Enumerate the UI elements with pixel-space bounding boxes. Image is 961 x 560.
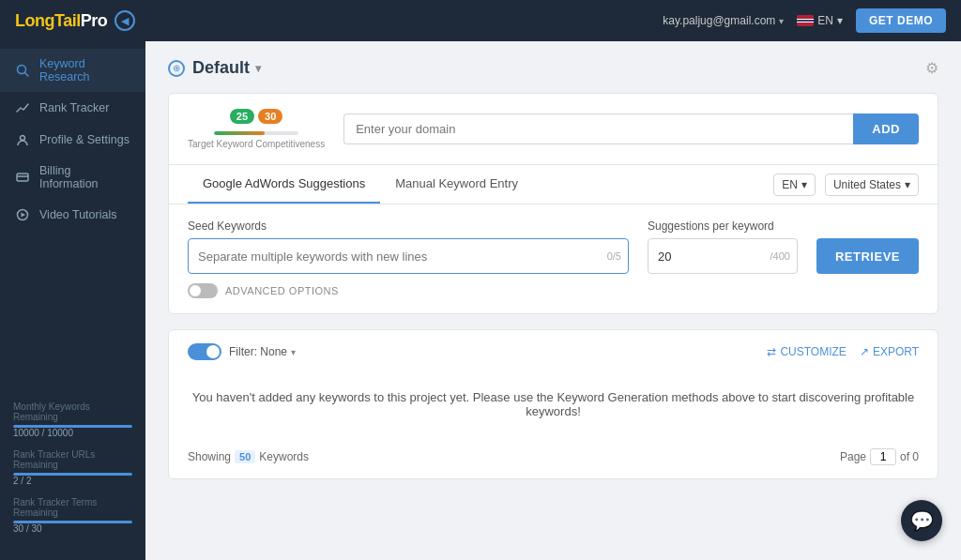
get-demo-button[interactable]: GET DEMO [856, 8, 946, 33]
filter-label[interactable]: Filter: None ▾ [229, 345, 296, 358]
toolbar-actions: ⇄ CUSTOMIZE ↗ EXPORT [767, 345, 919, 358]
logo-chevron[interactable]: ◀ [114, 10, 135, 31]
settings-gear-button[interactable]: ⚙ [925, 59, 938, 77]
svg-marker-6 [22, 213, 26, 218]
play-icon [15, 207, 30, 222]
comp-green-badge: 25 [230, 109, 254, 124]
sidebar-item-label: Video Tutorials [39, 208, 116, 221]
stat-rank-tracker-terms: Rank Tracker Terms Remaining 30 / 30 [13, 497, 132, 534]
domain-card: 25 30 Target Keyword Competitiveness ADD [168, 93, 938, 314]
chat-icon: 💬 [910, 509, 934, 532]
stat-monthly-label: Monthly Keywords Remaining [13, 401, 132, 422]
filter-caret: ▾ [291, 347, 296, 357]
customize-button[interactable]: ⇄ CUSTOMIZE [767, 345, 846, 358]
language-dropdown[interactable]: EN ▾ [773, 174, 816, 196]
lang-dropdown-caret: ▾ [801, 178, 807, 191]
stat-terms-value: 30 / 30 [13, 523, 132, 534]
search-icon [15, 63, 30, 78]
tabs-controls: EN ▾ United States ▾ [773, 174, 919, 196]
showing-count-badge: 50 [235, 450, 255, 463]
form-row: Seed Keywords 0/5 Suggestions per keywor… [188, 219, 919, 274]
tabs-section: Google AdWords Suggestions Manual Keywor… [169, 164, 938, 313]
filter-toggle-knob [206, 345, 220, 358]
page-title-caret: ▾ [255, 62, 261, 75]
competitiveness-widget: 25 30 Target Keyword Competitiveness [188, 109, 325, 149]
comp-slider-fill [214, 131, 265, 135]
main-layout: Keyword Research Rank Tracker Profile [0, 41, 961, 560]
page-title-group: ⊕ Default ▾ [168, 58, 261, 78]
navbar: LongTailPro ◀ kay.paljug@gmail.com ▾ EN … [0, 0, 961, 41]
domain-input-group: ADD [343, 114, 919, 144]
tabs-header: Google AdWords Suggestions Manual Keywor… [169, 165, 938, 204]
seed-keywords-group: Seed Keywords 0/5 [188, 219, 629, 274]
showing-label: Showing 50 Keywords [188, 450, 309, 463]
sidebar-item-rank-tracker[interactable]: Rank Tracker [0, 92, 145, 124]
page-title[interactable]: Default ▾ [192, 58, 261, 78]
suggestions-input-wrapper: /400 [648, 238, 798, 274]
suggestions-label: Suggestions per keyword [648, 219, 798, 233]
add-domain-button[interactable]: ADD [853, 114, 919, 144]
tab-google-adwords[interactable]: Google AdWords Suggestions [188, 165, 380, 204]
page-number-input[interactable] [870, 448, 896, 465]
trending-up-icon [15, 100, 30, 115]
sidebar-item-keyword-research[interactable]: Keyword Research [0, 49, 145, 92]
country-dropdown[interactable]: United States ▾ [825, 174, 919, 196]
lang-caret: ▾ [837, 14, 843, 27]
chat-bubble[interactable]: 💬 [901, 500, 942, 541]
sidebar-item-label: Billing Information [39, 164, 130, 190]
domain-input[interactable] [343, 114, 853, 144]
seed-keywords-input[interactable] [188, 238, 629, 274]
empty-keywords-message: You haven't added any keywords to this p… [188, 371, 919, 437]
page-label: Page of 0 [840, 448, 919, 465]
comp-orange-badge: 30 [258, 109, 282, 124]
keywords-toolbar: Filter: None ▾ ⇄ CUSTOMIZE ↗ EXPORT [188, 343, 919, 360]
sidebar-item-label: Rank Tracker [39, 101, 109, 114]
credit-card-icon [15, 170, 30, 185]
comp-badges: 25 30 [230, 109, 283, 124]
svg-point-2 [21, 136, 25, 141]
customize-icon: ⇄ [767, 345, 776, 358]
domain-section: 25 30 Target Keyword Competitiveness ADD [169, 94, 938, 164]
email-caret: ▾ [779, 16, 784, 26]
svg-line-1 [25, 73, 29, 77]
comp-slider [214, 131, 298, 135]
keywords-footer: Showing 50 Keywords Page of 0 [188, 448, 919, 465]
suggestions-group: Suggestions per keyword /400 [648, 219, 798, 274]
user-email[interactable]: kay.paljug@gmail.com ▾ [663, 14, 784, 27]
sidebar-item-billing-information[interactable]: Billing Information [0, 156, 145, 199]
user-icon [15, 132, 30, 147]
logo: LongTailPro ◀ [15, 10, 135, 31]
tabs-list: Google AdWords Suggestions Manual Keywor… [188, 165, 533, 204]
filter-toggle-button[interactable] [188, 343, 221, 360]
tab-manual-entry[interactable]: Manual Keyword Entry [380, 165, 533, 204]
keyword-input-wrapper: 0/5 [188, 238, 629, 274]
stat-terms-label: Rank Tracker Terms Remaining [13, 497, 132, 518]
export-icon: ↗ [860, 345, 869, 358]
country-dropdown-caret: ▾ [905, 178, 910, 191]
flag-icon [797, 15, 814, 26]
keyword-form: Seed Keywords 0/5 Suggestions per keywor… [169, 204, 938, 313]
page-header: ⊕ Default ▾ ⚙ [168, 58, 938, 78]
export-button[interactable]: ↗ EXPORT [860, 345, 919, 358]
page-title-icon: ⊕ [168, 60, 185, 77]
stat-urls-label: Rank Tracker URLs Remaining [13, 449, 132, 470]
content-area: ⊕ Default ▾ ⚙ 25 30 Target [145, 41, 961, 560]
retrieve-button[interactable]: RETRIEVE [816, 238, 919, 274]
keyword-count: 0/5 [607, 250, 621, 262]
svg-rect-3 [17, 174, 28, 181]
advanced-options-label[interactable]: ADVANCED OPTIONS [225, 285, 339, 296]
sidebar-item-video-tutorials[interactable]: Video Tutorials [0, 199, 145, 231]
stat-urls-value: 2 / 2 [13, 476, 132, 486]
advanced-options-toggle[interactable] [188, 283, 218, 298]
logo-text: LongTailPro [15, 11, 107, 31]
keywords-area: Filter: None ▾ ⇄ CUSTOMIZE ↗ EXPORT You … [168, 329, 938, 479]
navbar-right: kay.paljug@gmail.com ▾ EN ▾ GET DEMO [663, 8, 946, 33]
suggestions-max: /400 [770, 250, 790, 262]
sidebar: Keyword Research Rank Tracker Profile [0, 41, 145, 560]
comp-label: Target Keyword Competitiveness [188, 139, 325, 149]
advanced-options: ADVANCED OPTIONS [188, 283, 919, 298]
stat-monthly-keywords: Monthly Keywords Remaining 10000 / 10000 [13, 401, 132, 438]
sidebar-item-profile-settings[interactable]: Profile & Settings [0, 124, 145, 156]
filter-toggle: Filter: None ▾ [188, 343, 296, 360]
language-selector[interactable]: EN ▾ [797, 14, 843, 27]
